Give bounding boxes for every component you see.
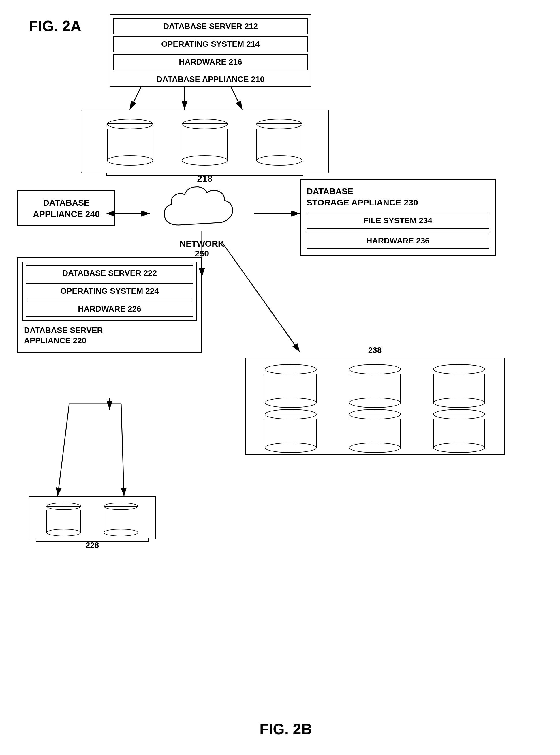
appliance-240: DATABASE APPLIANCE 240 (17, 190, 115, 226)
large-cyl-1 (265, 364, 317, 403)
svg-line-10 (58, 404, 69, 496)
cylinder-2 (182, 119, 228, 161)
os-214-box: OPERATING SYSTEM 214 (113, 36, 308, 52)
small-cylinder-1 (46, 503, 81, 533)
cylinder-1 (107, 119, 153, 161)
hw-216-box: HARDWARE 216 (113, 54, 308, 70)
appliance-220-label: DATABASE SERVER APPLIANCE 220 (22, 324, 197, 348)
svg-line-4 (231, 86, 242, 110)
hw-226-box: HARDWARE 226 (26, 301, 194, 317)
appliance-210-label: DATABASE APPLIANCE 210 (111, 73, 311, 86)
appliance-230: DATABASE STORAGE APPLIANCE 230 FILE SYST… (300, 179, 496, 256)
large-cyl-4 (265, 409, 317, 448)
appliance-210: DATABASE SERVER 212 OPERATING SYSTEM 214… (109, 15, 312, 86)
disk-group-228-label: 228 (86, 541, 99, 550)
db-server-212-box: DATABASE SERVER 212 (113, 18, 308, 34)
large-cyl-2 (349, 364, 401, 403)
disk-group-238-label: 238 (368, 346, 382, 355)
db-server-222-box: DATABASE SERVER 222 (26, 265, 194, 281)
svg-line-9 (222, 242, 300, 352)
network-cloud: NETWORK 250 (150, 179, 254, 258)
cylinder-3 (256, 119, 302, 161)
svg-line-2 (130, 86, 141, 110)
appliance-220-outer: DATABASE SERVER 222 OPERATING SYSTEM 224… (17, 257, 202, 353)
os-224-box: OPERATING SYSTEM 224 (26, 283, 194, 299)
large-cyl-5 (349, 409, 401, 448)
large-cyl-6 (433, 409, 485, 448)
network-label: NETWORK (150, 239, 254, 249)
disk-group-238: 238 (245, 358, 505, 455)
hw-236-box: HARDWARE 236 (306, 233, 489, 249)
filesystem-234-box: FILE SYSTEM 234 (306, 213, 489, 229)
large-cyl-3 (433, 364, 485, 403)
small-cylinder-2 (103, 503, 138, 533)
appliance-230-title: DATABASE STORAGE APPLIANCE 230 (306, 186, 489, 208)
disk-group-218: 218 (81, 110, 329, 173)
fig-2b-label: FIG. 2B (260, 720, 312, 738)
disk-group-228: 228 (29, 496, 156, 540)
fig-2a-label: FIG. 2A (29, 17, 81, 35)
svg-line-11 (121, 404, 124, 496)
